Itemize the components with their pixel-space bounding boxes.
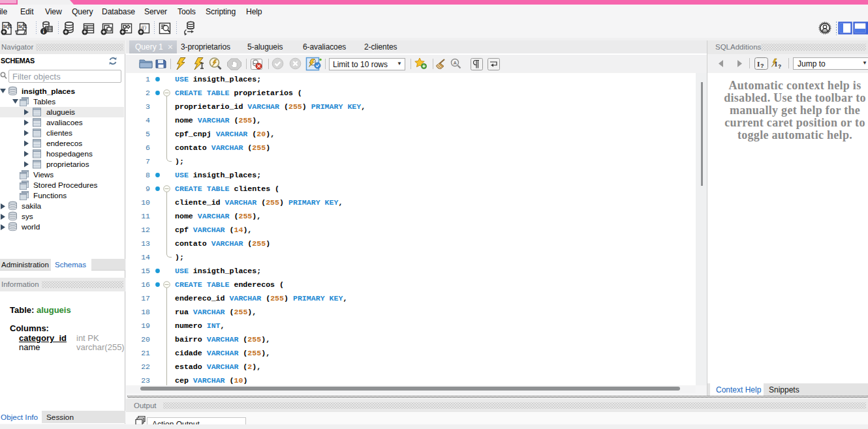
svg-text:SQL: SQL <box>18 24 27 29</box>
svg-text:I: I <box>757 60 760 68</box>
svg-text:?: ? <box>778 63 781 70</box>
svg-text:A: A <box>454 60 457 66</box>
svg-text:I: I <box>775 61 777 68</box>
svg-text:?: ? <box>760 63 764 69</box>
svg-text:SQL: SQL <box>3 24 12 29</box>
